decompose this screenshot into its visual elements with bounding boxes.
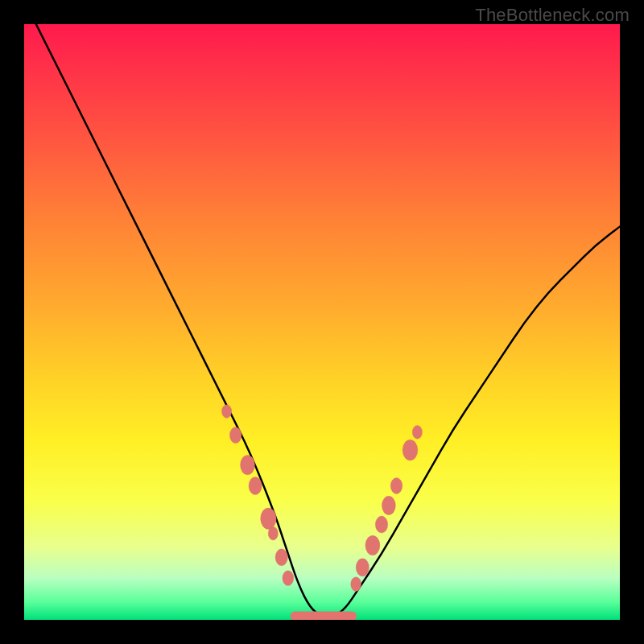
marker-right-7 [412, 426, 422, 440]
marker-left-6 [275, 549, 287, 566]
marker-right-1 [356, 559, 369, 576]
marker-left-0 [222, 405, 232, 419]
marker-left-3 [249, 477, 262, 494]
markers-right-branch [351, 426, 423, 592]
marker-left-4 [261, 508, 277, 530]
marker-left-1 [229, 427, 242, 444]
marker-right-2 [365, 535, 380, 555]
marker-right-5 [390, 478, 402, 494]
markers-left-branch [222, 405, 294, 586]
marker-left-5 [268, 526, 278, 540]
marker-left-2 [241, 455, 255, 474]
curve-layer [24, 24, 620, 620]
chart-frame: TheBottleneck.com [0, 0, 644, 644]
bottleneck-curve [36, 24, 620, 617]
marker-right-6 [402, 440, 418, 460]
marker-left-7 [283, 571, 294, 586]
marker-right-0 [351, 577, 361, 592]
marker-right-3 [375, 516, 387, 533]
marker-right-4 [382, 496, 395, 514]
plot-area [24, 24, 620, 620]
attribution-watermark: TheBottleneck.com [475, 5, 630, 26]
